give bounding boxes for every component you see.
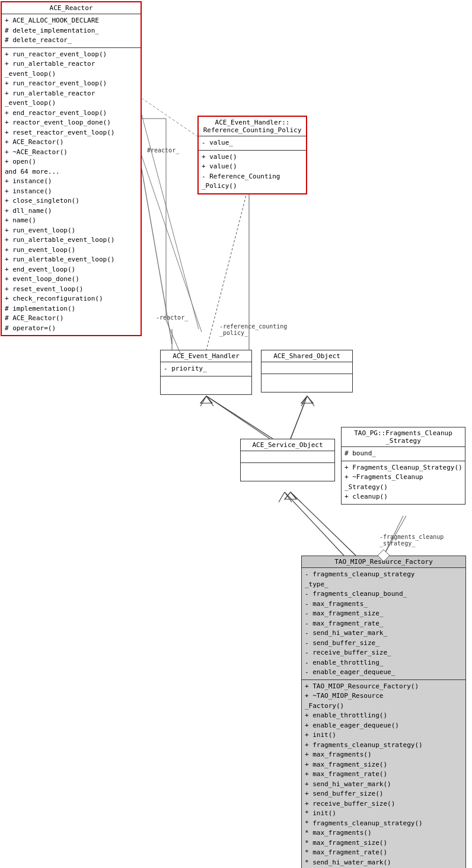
svg-line-3 — [141, 154, 202, 332]
svg-line-13 — [141, 113, 199, 329]
reactor-label: -reactor_ — [156, 314, 188, 321]
ace-event-handler-methods — [161, 376, 251, 394]
svg-line-25 — [279, 492, 285, 502]
svg-line-22 — [301, 396, 307, 406]
ace-event-handler-ref-box: ACE_Event_Handler:: Reference_Counting_P… — [197, 116, 307, 194]
tao-pg-fragments-title: TAO_PG::Fragments_Cleanup _Strategy — [342, 427, 465, 447]
ace-event-handler-attrs: - priority_ — [161, 362, 251, 376]
svg-line-5 — [206, 396, 273, 439]
ace-service-object-methods — [241, 463, 334, 481]
svg-line-20 — [206, 396, 213, 406]
ace-event-handler-ref-methods: + value() + value() - Reference_Counting… — [199, 151, 306, 193]
fragments-cleanup-label: -fragments_cleanup _strategy_ — [379, 534, 444, 547]
svg-line-18 — [206, 396, 270, 439]
tao-miop-resource-methods: + TAO_MIOP_Resource_Factory() + ~TAO_MIO… — [302, 680, 465, 869]
svg-line-26 — [285, 492, 292, 502]
ace-reactor-attributes: + ACE_ALLOC_HOOK_DECLARE # delete_implem… — [2, 14, 141, 48]
ace-event-handler-title: ACE_Event_Handler — [161, 350, 251, 362]
svg-marker-6 — [200, 396, 212, 403]
ace-service-object-box: ACE_Service_Object — [240, 439, 335, 481]
ace-reactor-box: ACE_Reactor + ACE_ALLOC_HOOK_DECLARE # d… — [1, 1, 142, 336]
ace-shared-object-box: ACE_Shared_Object — [261, 350, 353, 392]
svg-line-17 — [141, 98, 197, 136]
ace-service-object-title: ACE_Service_Object — [241, 439, 334, 451]
tao-miop-resource-box: TAO_MIOP_Resource_Factory - fragments_cl… — [301, 556, 466, 868]
ace-event-handler-ref-title: ACE_Event_Handler:: Reference_Counting_P… — [199, 117, 306, 136]
svg-line-7 — [291, 396, 307, 439]
tao-pg-fragments-box: TAO_PG::Fragments_Cleanup _Strategy # bo… — [341, 427, 465, 505]
svg-marker-8 — [301, 396, 313, 403]
svg-line-19 — [200, 396, 206, 406]
ace-shared-object-title: ACE_Shared_Object — [261, 350, 352, 362]
ace-shared-object-methods — [261, 374, 352, 392]
tao-pg-fragments-methods: + Fragments_Cleanup_Strategy() + ~Fragme… — [342, 461, 465, 504]
hash-reactor-label: #reactor_ — [147, 147, 179, 154]
ace-shared-object-attrs — [261, 362, 352, 374]
ace-reactor-methods: + run_reactor_event_loop() + run_alertab… — [2, 48, 141, 336]
tao-pg-fragments-attrs: # bound_ — [342, 447, 465, 461]
ace-event-handler-ref-attrs: - value_ — [199, 136, 306, 151]
svg-line-24 — [285, 492, 344, 556]
svg-line-23 — [307, 396, 314, 406]
tao-miop-resource-attrs: - fragments_cleanup_strategy _type_ - fr… — [302, 568, 465, 680]
svg-line-21 — [291, 396, 307, 439]
ace-reactor-title: ACE_Reactor — [2, 2, 141, 14]
reference-counting-label: -reference_counting _policy_ — [219, 323, 287, 336]
tao-miop-resource-title: TAO_MIOP_Resource_Factory — [302, 556, 465, 568]
ace-event-handler-box: ACE_Event_Handler - priority_ — [160, 350, 252, 395]
svg-marker-10 — [285, 492, 296, 499]
ace-service-object-attrs — [241, 451, 334, 463]
